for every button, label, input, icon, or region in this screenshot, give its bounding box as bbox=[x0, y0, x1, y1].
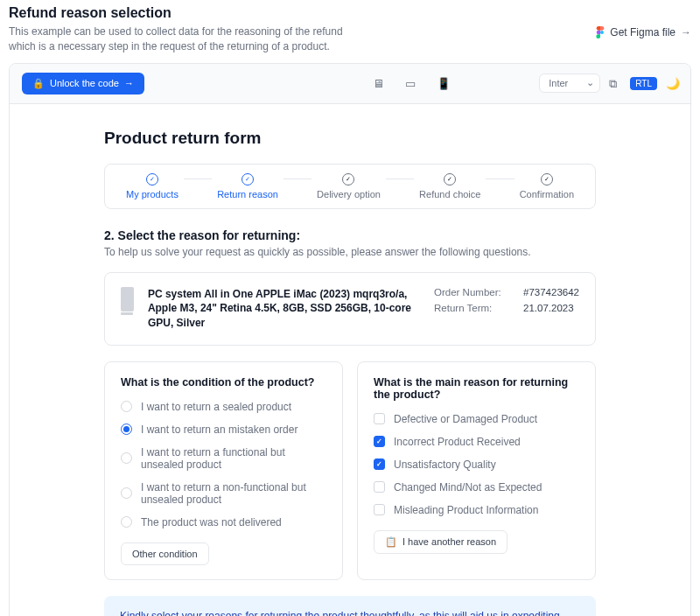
step-label: Refund choice bbox=[419, 189, 480, 200]
preview-card: 🔒 Unlock the code → 🖥 ▭ 📱 Inter ⧉ RTL 🌙 … bbox=[9, 63, 691, 616]
chip-label: I have another reason bbox=[402, 536, 496, 547]
radio-option[interactable]: I want to return a non-functional but un… bbox=[121, 481, 326, 506]
unlock-code-button[interactable]: 🔒 Unlock the code → bbox=[22, 73, 144, 94]
product-image-placeholder bbox=[121, 287, 134, 312]
step-delivery-option[interactable]: Delivery option bbox=[317, 173, 381, 200]
step-separator bbox=[486, 178, 514, 179]
dark-mode-icon[interactable]: 🌙 bbox=[666, 77, 678, 89]
option-label: The product was not delivered bbox=[141, 516, 282, 528]
option-label: I want to return a functional but unseal… bbox=[141, 446, 326, 471]
arrow-right-icon: → bbox=[681, 26, 691, 38]
order-number-label: Order Number: bbox=[434, 287, 506, 298]
checkbox-option[interactable]: Unsatisfactory Quality bbox=[374, 458, 579, 471]
radio-icon bbox=[121, 516, 132, 528]
another-reason-button[interactable]: 📋 I have another reason bbox=[374, 530, 508, 554]
svg-point-0 bbox=[600, 31, 604, 34]
checkbox-icon bbox=[374, 504, 385, 515]
radio-icon bbox=[121, 401, 132, 412]
meta-row: Return Term: 21.07.2023 bbox=[434, 303, 579, 313]
form-area: Product return form My products Return r… bbox=[10, 104, 690, 616]
step-my-products[interactable]: My products bbox=[126, 173, 178, 200]
product-card: PC system All in One APPLE iMac (2023) m… bbox=[104, 272, 596, 346]
condition-question-title: What is the condition of the product? bbox=[121, 376, 326, 388]
option-label: I want to return a non-functional but un… bbox=[141, 481, 326, 506]
option-label: I want to return a sealed product bbox=[141, 401, 291, 413]
checkbox-icon bbox=[374, 458, 385, 470]
page-header: Refund reason selection This example can… bbox=[0, 0, 700, 63]
checkbox-option[interactable]: Defective or Damaged Product bbox=[374, 413, 579, 425]
tablet-icon[interactable]: ▭ bbox=[405, 77, 416, 90]
toolbar-right: Inter ⧉ RTL 🌙 bbox=[539, 74, 678, 93]
page-description: This example can be used to collect data… bbox=[9, 24, 350, 54]
check-circle-icon bbox=[342, 173, 354, 186]
check-circle-icon bbox=[444, 173, 456, 186]
check-circle-icon bbox=[541, 173, 553, 186]
reason-question-card: What is the main reason for returning th… bbox=[357, 361, 596, 580]
checkbox-icon bbox=[374, 436, 385, 447]
option-label: I want to return an mistaken order bbox=[141, 424, 298, 436]
checkbox-icon bbox=[374, 413, 385, 424]
radio-icon bbox=[121, 487, 132, 499]
stepper: My products Return reason Delivery optio… bbox=[104, 164, 596, 209]
step-refund-choice[interactable]: Refund choice bbox=[419, 173, 480, 200]
device-toggles: 🖥 ▭ 📱 bbox=[373, 77, 451, 90]
arrow-right-icon: → bbox=[124, 78, 134, 88]
chip-label: Other condition bbox=[132, 549, 198, 559]
radio-option[interactable]: I want to return a sealed product bbox=[121, 401, 326, 413]
radio-option[interactable]: The product was not delivered bbox=[121, 516, 326, 528]
lock-icon: 🔒 bbox=[32, 78, 45, 89]
page-title: Refund reason selection bbox=[9, 5, 350, 21]
info-banner: Kindly select your reasons for returning… bbox=[104, 596, 596, 616]
step-separator bbox=[184, 178, 212, 179]
radio-option[interactable]: I want to return an mistaken order bbox=[121, 424, 326, 436]
other-condition-button[interactable]: Other condition bbox=[121, 542, 209, 565]
font-select[interactable]: Inter bbox=[539, 74, 600, 93]
product-meta: Order Number: #737423642 Return Term: 21… bbox=[434, 287, 579, 313]
radio-icon bbox=[121, 424, 132, 435]
option-label: Changed Mind/Not as Expected bbox=[394, 481, 542, 494]
font-select-value: Inter bbox=[549, 78, 568, 88]
step-label: Return reason bbox=[217, 189, 278, 200]
option-label: Incorrect Product Received bbox=[394, 436, 521, 448]
radio-option[interactable]: I want to return a functional but unseal… bbox=[121, 446, 326, 471]
copy-icon[interactable]: ⧉ bbox=[609, 77, 621, 89]
section-subheading: To help us solve your request as quickly… bbox=[104, 246, 596, 258]
return-term-value: 21.07.2023 bbox=[523, 303, 574, 313]
product-name: PC system All in One APPLE iMac (2023) m… bbox=[148, 287, 420, 331]
reason-question-title: What is the main reason for returning th… bbox=[374, 376, 579, 401]
option-label: Misleading Product Information bbox=[394, 504, 538, 516]
order-number-value: #737423642 bbox=[523, 287, 579, 298]
step-return-reason[interactable]: Return reason bbox=[217, 173, 278, 200]
rtl-toggle[interactable]: RTL bbox=[630, 77, 657, 90]
figma-link-label: Get Figma file bbox=[610, 26, 676, 38]
condition-question-card: What is the condition of the product? I … bbox=[104, 361, 343, 580]
checkbox-icon bbox=[374, 481, 385, 493]
figma-icon bbox=[596, 26, 605, 38]
desktop-icon[interactable]: 🖥 bbox=[373, 77, 384, 90]
step-separator bbox=[284, 178, 312, 179]
checkbox-option[interactable]: Incorrect Product Received bbox=[374, 436, 579, 448]
return-term-label: Return Term: bbox=[434, 303, 506, 313]
step-label: My products bbox=[126, 189, 178, 200]
get-figma-link[interactable]: Get Figma file → bbox=[596, 26, 691, 38]
radio-icon bbox=[121, 452, 132, 464]
form-title: Product return form bbox=[104, 129, 596, 148]
option-label: Unsatisfactory Quality bbox=[394, 458, 496, 471]
question-columns: What is the condition of the product? I … bbox=[104, 361, 596, 580]
unlock-label: Unlock the code bbox=[50, 78, 119, 88]
step-confirmation[interactable]: Confirmation bbox=[520, 173, 574, 200]
check-circle-icon bbox=[146, 173, 158, 186]
clipboard-icon: 📋 bbox=[385, 536, 397, 548]
step-label: Confirmation bbox=[520, 189, 574, 200]
step-label: Delivery option bbox=[317, 189, 381, 200]
mobile-icon[interactable]: 📱 bbox=[437, 77, 451, 90]
toolbar: 🔒 Unlock the code → 🖥 ▭ 📱 Inter ⧉ RTL 🌙 bbox=[10, 64, 690, 104]
meta-row: Order Number: #737423642 bbox=[434, 287, 579, 298]
checkbox-option[interactable]: Misleading Product Information bbox=[374, 504, 579, 516]
step-separator bbox=[386, 178, 414, 179]
option-label: Defective or Damaged Product bbox=[394, 413, 537, 425]
check-circle-icon bbox=[242, 173, 254, 186]
checkbox-option[interactable]: Changed Mind/Not as Expected bbox=[374, 481, 579, 494]
section-heading: 2. Select the reason for returning: bbox=[104, 228, 596, 242]
